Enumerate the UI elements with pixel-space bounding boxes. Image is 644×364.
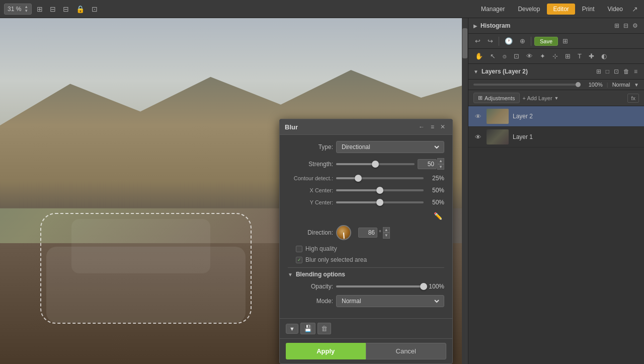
zoom-down-arrow[interactable]: ▼ — [24, 9, 28, 13]
ycenter-slider-thumb[interactable] — [376, 199, 383, 206]
opacity-label: Opacity: — [288, 283, 333, 290]
adjustments-btn[interactable]: ⊞ Adjustments — [473, 93, 520, 103]
strength-slider[interactable] — [336, 163, 415, 165]
history-btn[interactable]: 🕐 — [502, 36, 515, 46]
nav-editor[interactable]: Editor — [547, 4, 575, 15]
canvas-area[interactable]: Blur ← ≡ ✕ Type: Directional Radial Zoom — [0, 18, 468, 364]
zoom-control[interactable]: 31 % ▲ ▼ — [4, 4, 32, 15]
layers-header-icons: ⊞ □ ⊡ 🗑 ≡ — [595, 67, 639, 76]
eye-tool[interactable]: 👁 — [524, 51, 535, 61]
direction-up-arrow[interactable]: ▲ — [383, 227, 390, 233]
vertical-scrollbar[interactable] — [462, 18, 468, 364]
nav-manager[interactable]: Manager — [475, 4, 511, 15]
meta-btn[interactable]: ⊡ — [90, 4, 100, 14]
dialog-menu-btn[interactable]: ≡ — [429, 122, 436, 131]
xcenter-slider-thumb[interactable] — [376, 187, 383, 194]
smart-select-tool[interactable]: ⊡ — [511, 51, 522, 61]
contour-slider-thumb[interactable] — [355, 175, 362, 182]
strength-up-arrow[interactable]: ▲ — [437, 158, 444, 164]
contour-slider[interactable] — [336, 177, 424, 179]
hand-tool[interactable]: ✋ — [472, 51, 486, 61]
strength-down-arrow[interactable]: ▼ — [437, 164, 444, 170]
blur-selected-checkbox[interactable] — [296, 257, 302, 263]
xcenter-slider-fill — [336, 189, 380, 191]
zoom-arrows[interactable]: ▲ ▼ — [24, 5, 28, 13]
mode-select[interactable]: Normal Multiply Screen Overlay — [336, 295, 444, 307]
external-link-icon[interactable]: ↗ — [630, 4, 640, 15]
histogram-icon-1[interactable]: ⊞ — [613, 21, 620, 30]
type-dropdown[interactable]: Directional Radial Zoom Gaussian — [340, 143, 441, 151]
blur-selected-row: Blur only selected area — [288, 256, 444, 263]
layer2-visibility-icon[interactable]: 👁 — [473, 113, 482, 120]
crop-tool[interactable]: ⊞ — [562, 51, 573, 61]
panel-opacity-slider[interactable] — [473, 84, 581, 86]
mode-dropdown-icon[interactable]: ▼ — [634, 82, 639, 88]
direction-down-arrow[interactable]: ▼ — [383, 233, 390, 239]
nav-develop[interactable]: Develop — [512, 4, 546, 15]
text-tool[interactable]: T — [575, 51, 584, 61]
dual-view-btn[interactable]: ⊟ — [61, 4, 71, 14]
layer-icon-new[interactable]: □ — [604, 67, 611, 76]
arrow-tool[interactable]: ↖ — [488, 51, 498, 61]
contour-row: Contour detect.: 25% — [288, 175, 444, 182]
eyedropper-btn[interactable]: ✏️ — [432, 211, 444, 221]
layer-item-layer2[interactable]: 👁 Layer 2 — [468, 106, 644, 127]
dialog-close-btn[interactable]: ✕ — [438, 122, 447, 131]
blending-section-header[interactable]: ▼ Blending options — [288, 267, 444, 278]
save-more-btn[interactable]: ⊞ — [560, 36, 571, 46]
layer-icon-new-group[interactable]: ⊞ — [595, 67, 603, 76]
layer-icon-menu[interactable]: ≡ — [632, 67, 639, 76]
direction-input[interactable]: 86 — [358, 228, 377, 238]
cancel-button[interactable]: Cancel — [366, 343, 447, 359]
redo-btn[interactable]: ↪ — [485, 36, 496, 46]
save-btn[interactable]: Save — [534, 37, 558, 46]
opacity-slider-thumb[interactable] — [420, 283, 427, 290]
strength-input[interactable]: 50 — [418, 159, 437, 169]
high-quality-label: High quality — [305, 245, 337, 252]
layer-item-layer1[interactable]: 👁 Layer 1 — [468, 127, 644, 148]
nav-video[interactable]: Video — [602, 4, 629, 15]
blending-arrow-icon: ▼ — [288, 272, 293, 277]
fx-btn[interactable]: fx — [627, 94, 639, 103]
actual-pixels-btn[interactable]: ⊟ — [48, 4, 58, 14]
undo-btn[interactable]: ↩ — [472, 36, 483, 46]
layer-icon-duplicate[interactable]: ⊡ — [612, 67, 620, 76]
add-layer-dropdown-icon[interactable]: ▼ — [554, 96, 559, 101]
dodge-tool[interactable]: ◐ — [599, 51, 609, 61]
mode-dropdown[interactable]: Normal Multiply Screen Overlay — [340, 297, 441, 305]
save-preset-btn[interactable]: 💾 — [300, 323, 315, 334]
strength-slider-fill — [336, 163, 375, 165]
panel-opacity-thumb[interactable] — [576, 82, 581, 87]
dialog-back-btn[interactable]: ← — [417, 122, 427, 131]
xcenter-slider[interactable] — [336, 189, 424, 191]
magic-wand-tool[interactable]: ✦ — [537, 51, 548, 61]
layer1-visibility-icon[interactable]: 👁 — [473, 133, 482, 141]
type-select[interactable]: Directional Radial Zoom Gaussian — [336, 141, 444, 153]
ycenter-slider[interactable] — [336, 201, 424, 203]
direction-wheel[interactable] — [336, 225, 351, 240]
histogram-icon-3[interactable]: ⚙ — [631, 21, 639, 30]
dialog-actions: Apply Cancel — [280, 338, 452, 363]
histogram-header[interactable]: ▶ Histogram ⊞ ⊟ ⚙ — [468, 18, 644, 33]
histogram-icon-2[interactable]: ⊟ — [622, 21, 629, 30]
blending-section-title: Blending options — [296, 271, 345, 278]
lasso-tool[interactable]: ⌾ — [500, 51, 509, 61]
strength-slider-thumb[interactable] — [372, 161, 379, 168]
nav-print[interactable]: Print — [576, 4, 601, 15]
apply-button[interactable]: Apply — [286, 343, 366, 359]
copy-merged-btn[interactable]: ⊕ — [517, 36, 528, 46]
scrollbar-thumb[interactable] — [462, 28, 467, 58]
lock-btn[interactable]: 🔒 — [74, 4, 87, 14]
preset-dropdown[interactable]: ▼ — [286, 324, 298, 334]
high-quality-checkbox[interactable] — [296, 246, 302, 252]
fit-screen-btn[interactable]: ⊞ — [35, 4, 45, 14]
opacity-slider[interactable] — [336, 285, 424, 287]
opacity-row: Opacity: 100% — [288, 283, 444, 290]
move-tool[interactable]: ⊹ — [550, 51, 560, 61]
layer-icon-delete[interactable]: 🗑 — [622, 67, 631, 76]
add-layer-btn[interactable]: + Add Layer ▼ — [523, 95, 559, 101]
layer1-thumbnail — [487, 129, 509, 144]
heal-tool[interactable]: ✚ — [586, 51, 597, 61]
panel-mode-select[interactable]: Normal — [612, 82, 630, 88]
delete-preset-btn[interactable]: 🗑 — [317, 323, 331, 334]
